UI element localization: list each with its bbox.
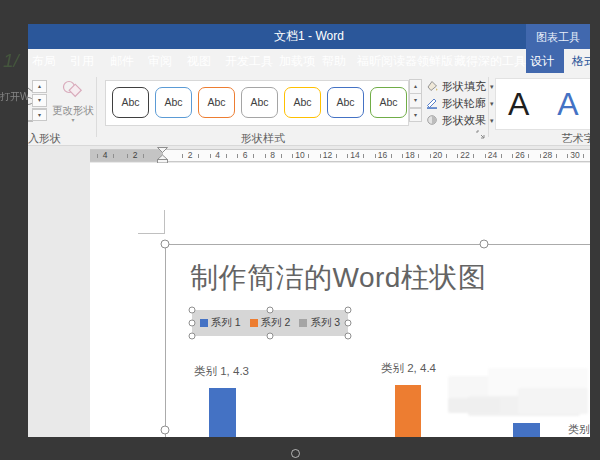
legend-swatch-icon — [250, 319, 258, 327]
tab-开发工具[interactable]: 开发工具 — [225, 49, 273, 73]
selection-handle[interactable] — [267, 333, 274, 340]
chevron-down-icon: ▾ — [490, 83, 494, 91]
outline-pen-icon — [426, 95, 438, 113]
bar-series1-category1[interactable] — [209, 388, 236, 437]
ruler-tick — [501, 154, 502, 158]
tab-引用[interactable]: 引用 — [70, 49, 94, 73]
ruler-number: 26 — [515, 150, 524, 161]
selection-handle[interactable] — [267, 307, 274, 314]
shape-style-option[interactable]: Abc — [370, 87, 407, 118]
group-divider — [488, 77, 489, 137]
selection-handle[interactable] — [480, 240, 489, 249]
tab-设计[interactable]: 设计 — [530, 49, 554, 73]
ruler-tick — [210, 154, 211, 158]
ruler-tick — [143, 154, 144, 158]
bar-partial-category3[interactable] — [513, 423, 540, 437]
dialog-launcher-icon[interactable] — [476, 130, 485, 139]
chart-selection-border-left[interactable] — [165, 244, 166, 437]
tab-福昕阅读器领鲜版[interactable]: 福昕阅读器领鲜版 — [357, 49, 453, 73]
ruler-tick — [418, 154, 419, 158]
bar-series2-category2[interactable] — [395, 385, 421, 437]
ruler-tick — [281, 154, 282, 158]
shape-style-option[interactable]: Abc — [155, 87, 192, 118]
ruler-tick — [336, 154, 337, 158]
data-label-category1[interactable]: 类别 1, 4.3 — [194, 364, 249, 379]
shape-style-option[interactable]: Abc — [327, 87, 364, 118]
selection-handle[interactable] — [161, 240, 170, 249]
button-label: 形状轮廓 — [442, 96, 486, 111]
ruler-number: 18 — [405, 150, 414, 161]
ruler-tick — [512, 154, 513, 158]
margin-crop-mark — [164, 210, 165, 234]
legend-item[interactable]: 系列 2 — [250, 316, 291, 330]
ruler-number: 12 — [323, 150, 332, 161]
ruler-tick — [226, 154, 227, 158]
outline-pen-button[interactable]: 形状轮廓▾ — [426, 95, 494, 112]
fill-bucket-icon — [426, 78, 438, 96]
scroll-up-icon[interactable]: ▴ — [409, 79, 422, 94]
button-label: 形状效果 — [442, 113, 486, 128]
selection-handle[interactable] — [345, 320, 352, 327]
change-shape-button[interactable]: 更改形状 ▾ — [50, 79, 96, 123]
tab-格式[interactable]: 格式 — [564, 49, 590, 73]
chevron-down-icon: ▾ — [490, 100, 494, 108]
legend-label: 系列 3 — [310, 316, 340, 330]
title-bar[interactable]: 文档1 - Word — [28, 24, 590, 49]
shape-style-option[interactable]: Abc — [112, 87, 149, 118]
ruler-tick — [292, 154, 293, 158]
data-label-category2[interactable]: 类别 2, 4.4 — [381, 361, 436, 376]
tab-视图[interactable]: 视图 — [187, 49, 211, 73]
tab-加载项[interactable]: 加载项 — [279, 49, 315, 73]
ruler-tick — [265, 154, 266, 158]
selection-handle[interactable] — [189, 320, 196, 327]
player-control-dot — [291, 449, 300, 458]
chevron-down-icon: ▾ — [50, 118, 96, 123]
tab-row: 布局引用邮件审阅视图开发工具加载项帮助福昕阅读器领鲜版藏得深的工具设计格式 — [28, 49, 590, 73]
ruler-tick — [485, 154, 486, 158]
wordart-style-option[interactable]: A — [557, 88, 578, 120]
ruler-tick — [182, 154, 183, 158]
selection-handle[interactable] — [345, 307, 352, 314]
ruler-number: 2 — [133, 150, 138, 161]
legend-item[interactable]: 系列 3 — [299, 316, 340, 330]
legend-swatch-icon — [299, 319, 307, 327]
wordart-group-label: 艺术字 — [548, 131, 590, 146]
ruler-tick — [567, 154, 568, 158]
word-window: 文档1 - Word 图表工具 布局引用邮件审阅视图开发工具加载项帮助福昕阅读器… — [28, 24, 590, 437]
chart-title[interactable]: 制作简洁的Word柱状图 — [190, 259, 486, 297]
tab-帮助[interactable]: 帮助 — [322, 49, 346, 73]
ruler-number: 10 — [295, 150, 304, 161]
fill-bucket-button[interactable]: 形状填充▾ — [426, 78, 494, 95]
shape-style-option[interactable]: Abc — [284, 87, 321, 118]
ruler-tick — [198, 154, 199, 158]
legend-item[interactable]: 系列 1 — [200, 316, 241, 330]
tab-邮件[interactable]: 邮件 — [110, 49, 134, 73]
scroll-up-icon[interactable]: ▴ — [32, 80, 47, 93]
wordart-gallery: AA — [495, 78, 590, 130]
scroll-down-icon[interactable]: ▾ — [409, 93, 422, 108]
selection-handle[interactable] — [161, 426, 170, 435]
shape-style-option[interactable]: Abc — [198, 87, 235, 118]
tab-布局[interactable]: 布局 — [32, 49, 56, 73]
selection-handle[interactable] — [345, 333, 352, 340]
tab-审阅[interactable]: 审阅 — [148, 49, 172, 73]
shape-style-option[interactable]: Abc — [241, 87, 278, 118]
insert-shapes-scroll: ▴ ▾ ▾ — [32, 80, 47, 122]
chart-legend[interactable]: 系列 1系列 2系列 3 — [192, 310, 348, 336]
gallery-more-icon[interactable]: ▾ — [32, 108, 47, 121]
wordart-style-option[interactable]: A — [508, 88, 529, 120]
shape-format-buttons: 形状填充▾形状轮廓▾形状效果▾ — [426, 78, 494, 129]
effects-button[interactable]: 形状效果▾ — [426, 112, 494, 129]
tab-藏得深的工具[interactable]: 藏得深的工具 — [454, 49, 526, 73]
insert-shapes-group-label: 插入形状 — [28, 131, 75, 146]
chart-selection-border-top[interactable] — [165, 244, 590, 245]
ruler-number: 14 — [350, 150, 359, 161]
selection-handle[interactable] — [189, 333, 196, 340]
selection-handle[interactable] — [189, 307, 196, 314]
indent-markers[interactable] — [157, 147, 168, 164]
ruler-number: 20 — [433, 150, 442, 161]
legend-swatch-icon — [200, 319, 208, 327]
ruler-tick — [430, 154, 431, 158]
scroll-down-icon[interactable]: ▾ — [32, 94, 47, 107]
gallery-more-icon[interactable]: ▾ — [409, 107, 422, 122]
